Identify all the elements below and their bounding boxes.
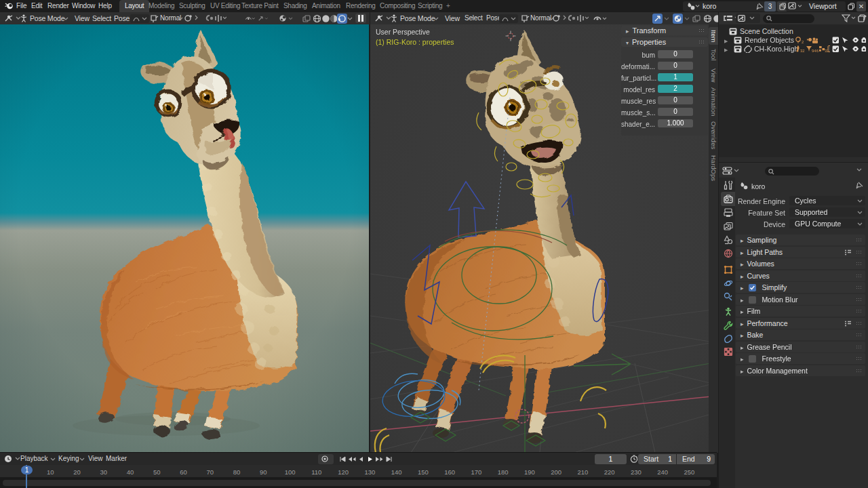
- svg-text:32: 32: [800, 49, 805, 53]
- svg-text:2: 2: [802, 40, 804, 44]
- svg-text:946: 946: [812, 49, 819, 53]
